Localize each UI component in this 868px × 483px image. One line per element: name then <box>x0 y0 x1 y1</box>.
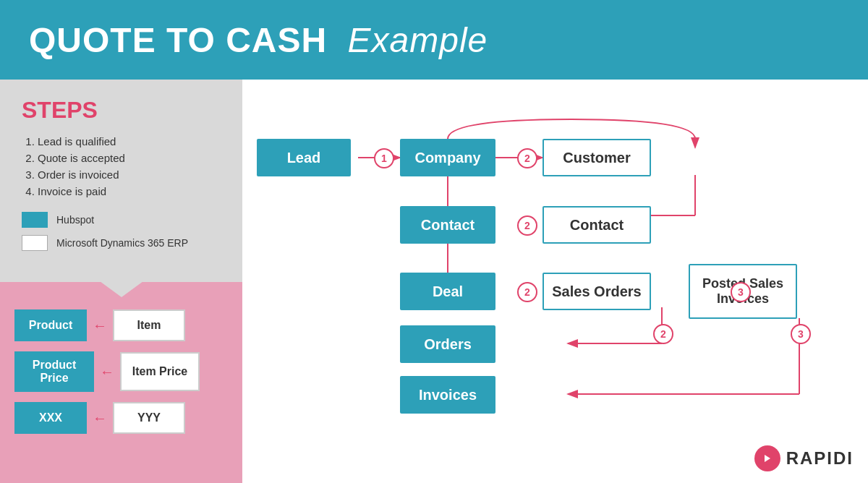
left-panel: STEPS Lead is qualified Quote is accepte… <box>0 80 242 483</box>
header: QUOTE TO CASH Example <box>0 0 868 80</box>
legend-teal-box <box>22 212 48 228</box>
xxx-box: XXX <box>14 402 87 434</box>
step-3: Order is invoiced <box>38 168 221 181</box>
steps-list: Lead is qualified Quote is accepted Orde… <box>22 135 221 197</box>
product-box: Product <box>14 309 87 341</box>
num-1: 1 <box>374 148 394 168</box>
rapidi-text: RAPIDI <box>786 448 854 469</box>
title-italic: Example <box>347 21 488 59</box>
yyy-box: YYY <box>113 402 185 434</box>
legend-hubspot-label: Hubspot <box>56 214 94 226</box>
item-price-box: Item Price <box>120 352 200 391</box>
legend-white-box <box>22 235 48 251</box>
item-box: Item <box>113 309 185 341</box>
mapping-row-3: XXX ← YYY <box>14 402 228 434</box>
num-3b: 3 <box>791 324 811 344</box>
mapping-grid: Product ← Item Product Price ← Item Pric… <box>14 309 228 434</box>
page-title: QUOTE TO CASH Example <box>29 20 488 60</box>
legend: Hubspot Microsoft Dynamics 365 ERP <box>22 212 221 251</box>
legend-dynamics: Microsoft Dynamics 365 ERP <box>22 235 221 251</box>
rapidi-icon <box>754 445 780 471</box>
contact-teal-box: Contact <box>400 206 495 244</box>
steps-section: STEPS Lead is qualified Quote is accepte… <box>0 80 242 282</box>
title-bold: QUOTE TO CASH <box>29 21 327 59</box>
deal-box: Deal <box>400 273 495 310</box>
step-4: Invoice is paid <box>38 185 221 197</box>
step-2: Quote is accepted <box>38 152 221 164</box>
body: STEPS Lead is qualified Quote is accepte… <box>0 80 868 483</box>
legend-hubspot: Hubspot <box>22 212 221 228</box>
num-2a: 2 <box>517 148 537 168</box>
invoices-box: Invoices <box>400 376 495 414</box>
num-3a: 3 <box>731 282 751 302</box>
num-2c: 2 <box>517 282 537 302</box>
rapidi-logo: RAPIDI <box>754 445 854 471</box>
orders-box: Orders <box>400 325 495 363</box>
arrow-2: ← <box>100 364 114 380</box>
arrow-3: ← <box>93 410 107 427</box>
step-1: Lead is qualified <box>38 135 221 148</box>
contact-white-box: Contact <box>542 206 651 244</box>
sales-orders-box: Sales Orders <box>542 273 651 310</box>
company-box: Company <box>400 139 495 176</box>
steps-heading: STEPS <box>22 97 221 124</box>
pink-section: Product ← Item Product Price ← Item Pric… <box>0 282 242 483</box>
num-2d: 2 <box>653 324 673 344</box>
rapidi-svg-icon <box>760 450 775 466</box>
arrow-1: ← <box>93 317 107 334</box>
num-2b: 2 <box>517 215 537 236</box>
mapping-row-1: Product ← Item <box>14 309 228 341</box>
customer-box: Customer <box>542 139 651 176</box>
right-panel: Lead Company Customer Contact Contact De… <box>242 80 868 483</box>
product-price-box: Product Price <box>14 351 94 392</box>
legend-dynamics-label: Microsoft Dynamics 365 ERP <box>56 237 188 249</box>
pink-notch <box>100 281 143 297</box>
mapping-row-2: Product Price ← Item Price <box>14 351 228 392</box>
lead-box: Lead <box>257 139 351 176</box>
